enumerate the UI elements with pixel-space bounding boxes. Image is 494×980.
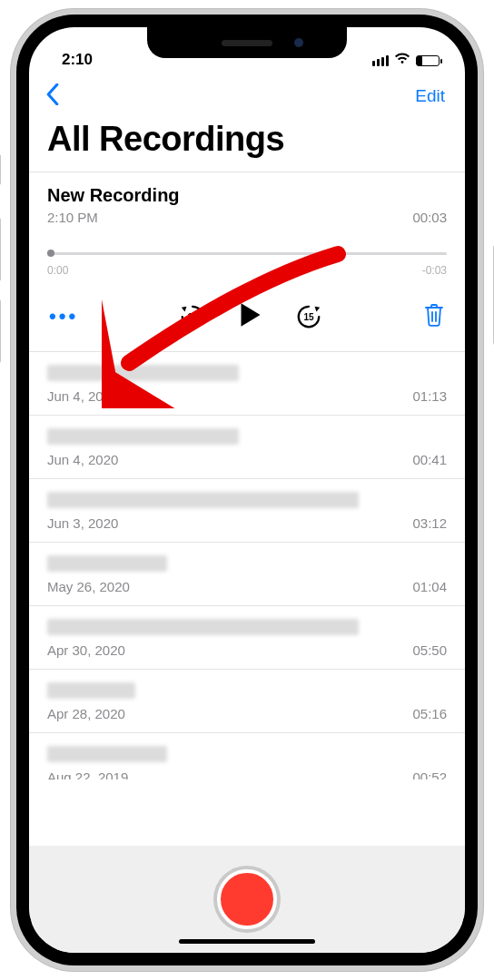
- home-indicator[interactable]: [179, 939, 315, 944]
- volume-down: [0, 299, 1, 363]
- front-camera: [294, 38, 303, 47]
- speaker: [222, 40, 272, 46]
- delete-button[interactable]: [423, 303, 445, 330]
- list-item[interactable]: Jun 4, 202000:41: [29, 415, 465, 478]
- list-item[interactable]: Jun 3, 202003:12: [29, 478, 465, 542]
- recording-date: Aug 22, 2019: [47, 769, 128, 779]
- trash-icon: [423, 303, 445, 327]
- phone-bezel: 2:10 Edit All Recordings New: [16, 15, 478, 965]
- scrub-end: -0:03: [422, 264, 447, 277]
- scrubber-knob[interactable]: [47, 250, 54, 257]
- recording-duration: 05:16: [412, 706, 447, 721]
- recording-date: Apr 30, 2020: [47, 642, 125, 658]
- list-item[interactable]: May 26, 202001:04: [29, 542, 465, 605]
- recording-title-blurred: [47, 619, 447, 635]
- recording-duration: 01:04: [412, 579, 447, 594]
- phone-frame: 2:10 Edit All Recordings New: [11, 9, 483, 971]
- list-item[interactable]: Apr 28, 202005:16: [29, 669, 465, 732]
- recording-duration: 00:52: [412, 769, 447, 779]
- volume-up: [0, 218, 1, 281]
- footer: [29, 846, 465, 953]
- selected-duration: 00:03: [412, 210, 447, 225]
- recording-date: May 26, 2020: [47, 579, 130, 594]
- recording-duration: 01:13: [412, 388, 447, 404]
- scrubber[interactable]: [47, 252, 447, 255]
- page-title: All Recordings: [29, 114, 465, 172]
- recording-title-blurred: [47, 492, 447, 508]
- skip-back-button[interactable]: 15: [179, 303, 206, 330]
- back-button[interactable]: [45, 83, 60, 109]
- recording-title-blurred: [47, 428, 447, 445]
- playback-controls: ••• 15 15: [47, 277, 447, 335]
- recording-date: Jun 4, 2020: [47, 388, 118, 404]
- more-button[interactable]: •••: [49, 305, 78, 328]
- battery-icon: [416, 55, 440, 66]
- selected-recording: New Recording 2:10 PM 00:03 0:00 -0:03 •…: [29, 172, 465, 351]
- mute-switch: [0, 154, 1, 185]
- selected-title: New Recording: [47, 185, 447, 206]
- play-button[interactable]: [239, 302, 262, 331]
- recording-duration: 00:41: [412, 452, 447, 467]
- recordings-list[interactable]: Jun 4, 202001:13Jun 4, 202000:41Jun 3, 2…: [29, 351, 465, 846]
- recording-title-blurred: [47, 746, 447, 762]
- selected-time: 2:10 PM: [47, 210, 98, 225]
- recording-date: Apr 28, 2020: [47, 706, 125, 721]
- signal-icon: [372, 55, 389, 66]
- recording-title-blurred: [47, 555, 447, 572]
- notch: [147, 27, 347, 58]
- recording-duration: 05:50: [412, 642, 447, 658]
- edit-button[interactable]: Edit: [415, 86, 445, 106]
- play-icon: [239, 302, 262, 328]
- screen: 2:10 Edit All Recordings New: [29, 27, 465, 953]
- nav-bar: Edit: [29, 71, 465, 114]
- wifi-icon: [394, 53, 410, 69]
- recording-date: Jun 4, 2020: [47, 452, 118, 467]
- scrub-start: 0:00: [47, 264, 68, 277]
- skip-forward-button[interactable]: 15: [295, 303, 322, 330]
- list-item[interactable]: Aug 22, 201900:52: [29, 732, 465, 779]
- list-item[interactable]: Apr 30, 202005:50: [29, 605, 465, 669]
- recording-duration: 03:12: [412, 515, 447, 531]
- recording-date: Jun 3, 2020: [47, 515, 118, 531]
- status-right: [372, 53, 440, 69]
- recording-title-blurred: [47, 365, 447, 381]
- chevron-left-icon: [45, 83, 60, 105]
- record-button[interactable]: [217, 869, 277, 929]
- status-time: 2:10: [62, 51, 93, 69]
- recording-title-blurred: [47, 682, 447, 699]
- list-item[interactable]: Jun 4, 202001:13: [29, 351, 465, 415]
